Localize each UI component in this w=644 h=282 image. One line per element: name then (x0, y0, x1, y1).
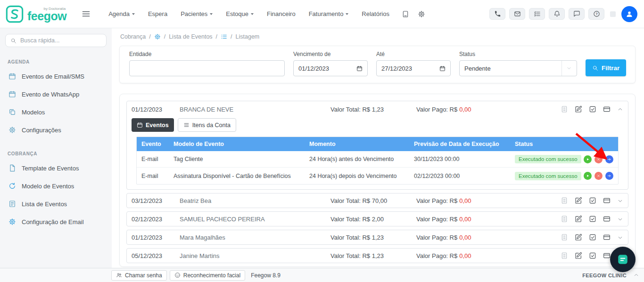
gear-icon[interactable] (418, 10, 425, 18)
account-date: 02/12/2023 (132, 216, 180, 223)
sidebar-item-template-de-eventos[interactable]: Template de Eventos (0, 159, 112, 177)
feegow-logo[interactable]: by Doctoralia feegow (6, 5, 66, 23)
sidebar-section-agenda: AGENDA (8, 59, 112, 64)
events-table-header: Evento Modelo de Evento Momento Previsão… (137, 137, 618, 151)
edit-icon[interactable] (575, 252, 582, 259)
note-icon[interactable] (561, 234, 568, 241)
sidebar-item-lista-de-eventos[interactable]: Lista de Eventos (0, 195, 112, 213)
breadcrumb-lista-de-eventos[interactable]: Lista de Eventos (169, 33, 212, 40)
nav-item-financeiro[interactable]: Financeiro (267, 10, 296, 17)
paid-value: 0,00 (459, 234, 471, 241)
entity-input[interactable] (129, 60, 285, 76)
face-recognition-button[interactable]: Reconhecimento facial (170, 270, 245, 281)
copy-icon (8, 108, 16, 116)
breadcrumb-listagem[interactable]: Listagem (236, 33, 260, 40)
due-from-input[interactable]: 01/12/2023 (293, 60, 368, 76)
sidebar-item-evento-whatsapp[interactable]: Evento de WhatsApp (0, 85, 112, 103)
main-content: Cobrança / / Lista de Eventos / / Listag… (112, 28, 644, 268)
due-from-label: Vencimento de (293, 51, 368, 57)
footer: Chamar senha Reconhecimento facial Feego… (0, 268, 644, 282)
status-select[interactable]: Pendente (459, 60, 577, 76)
expand-chevron-down-icon[interactable] (617, 216, 623, 222)
edit-icon[interactable] (575, 215, 582, 223)
nav-item-agenda[interactable]: Agenda (108, 10, 135, 17)
edit-icon[interactable] (575, 197, 582, 204)
due-to-input[interactable]: 27/12/2023 (376, 60, 451, 76)
cancel-button[interactable] (594, 155, 603, 163)
breadcrumb-cobranca[interactable]: Cobrança (120, 33, 146, 40)
hamburger-menu-icon[interactable] (82, 9, 91, 18)
play-button[interactable] (584, 172, 592, 180)
note-icon[interactable] (561, 197, 568, 204)
events-table: Evento Modelo de Evento Momento Previsão… (136, 137, 619, 185)
brand-name: feegow (27, 11, 66, 22)
account-total: Valor Total: R$ 70,00 (330, 197, 416, 204)
expand-chevron-down-icon[interactable] (617, 234, 623, 241)
list-icon (183, 122, 190, 128)
nav-item-estoque[interactable]: Estoque (226, 10, 254, 17)
list-icon[interactable] (221, 33, 227, 40)
chevron-up-icon[interactable] (633, 272, 639, 278)
edit-icon[interactable] (575, 105, 582, 113)
user-avatar[interactable] (621, 6, 637, 22)
main-nav: Agenda Espera Pacientes Estoque Financei… (108, 10, 389, 17)
account-date: 03/12/2023 (132, 197, 180, 204)
mini-indicator (610, 11, 616, 17)
nav-item-pacientes[interactable]: Pacientes (181, 10, 213, 17)
device-icon[interactable] (402, 10, 409, 18)
cancel-button[interactable] (594, 172, 603, 180)
collapse-chevron-up-icon[interactable] (617, 106, 623, 113)
payment-card-icon[interactable] (603, 252, 611, 259)
filter-button[interactable]: Filtrar (586, 59, 626, 76)
help-button[interactable]: ? (588, 8, 604, 20)
tab-itens-da-conta[interactable]: Itens da Conta (178, 118, 236, 132)
sidebar-item-configuracao-de-email[interactable]: Configuração de Email (0, 213, 112, 231)
nav-item-faturamento[interactable]: Faturamento (309, 10, 349, 17)
chat-button[interactable] (569, 8, 585, 20)
edit-icon[interactable] (575, 234, 582, 241)
calendar-icon (356, 65, 363, 72)
resend-icon (607, 157, 612, 162)
nav-item-espera[interactable]: Espera (148, 10, 167, 17)
account-row-expanded: 01/12/2023 BRANCA DE NEVE Valor Total: R… (126, 101, 628, 190)
payment-card-icon[interactable] (603, 197, 611, 204)
gear-icon[interactable] (154, 33, 161, 40)
expand-chevron-down-icon[interactable] (617, 198, 623, 204)
account-row: 01/12/2023 Mara Magalhães Valor Total: R… (126, 230, 628, 245)
resend-button[interactable] (605, 172, 613, 180)
chat-fab-button[interactable] (610, 247, 636, 272)
payment-card-icon[interactable] (603, 105, 611, 113)
chevron-down-icon (566, 65, 572, 71)
note-icon[interactable] (561, 252, 568, 259)
call-ticket-button[interactable]: Chamar senha (111, 270, 167, 281)
check-square-icon[interactable] (589, 105, 596, 113)
sidebar-item-modelos[interactable]: Modelos (0, 103, 112, 121)
sidebar-item-configuracoes[interactable]: Configurações (0, 121, 112, 139)
sidebar-item-eventos-email-sms[interactable]: Eventos de Email/SMS (0, 67, 112, 85)
check-square-icon[interactable] (589, 215, 596, 223)
note-icon[interactable] (561, 105, 568, 113)
payment-card-icon[interactable] (603, 234, 611, 241)
account-name: SAMUEL PACHECO PEREIRA (180, 216, 330, 223)
play-button[interactable] (584, 155, 592, 163)
tasks-button[interactable] (529, 8, 545, 20)
check-square-icon[interactable] (589, 197, 596, 204)
check-square-icon[interactable] (589, 252, 596, 259)
calendar-icon (8, 90, 16, 98)
note-icon[interactable] (561, 215, 568, 223)
account-total: Valor Total: R$ 2,00 (330, 216, 416, 223)
nav-item-relatorios[interactable]: Relatórios (362, 10, 389, 17)
notifications-button[interactable] (549, 8, 565, 20)
cancel-icon (596, 173, 601, 178)
inbox-button[interactable] (509, 8, 525, 20)
payment-card-icon[interactable] (603, 215, 611, 223)
account-paid: Valor Pago: R$0,00 (416, 197, 553, 204)
sidebar-item-modelo-de-eventos[interactable]: Modelo de Eventos (0, 177, 112, 195)
svg-text:?: ? (595, 12, 597, 16)
phone-button[interactable] (489, 8, 505, 20)
search-input[interactable] (20, 37, 101, 44)
resend-button[interactable] (605, 155, 613, 163)
tab-eventos[interactable]: Eventos (132, 118, 174, 132)
check-square-icon[interactable] (589, 234, 596, 241)
account-paid: Valor Pago: R$0,00 (416, 106, 553, 113)
